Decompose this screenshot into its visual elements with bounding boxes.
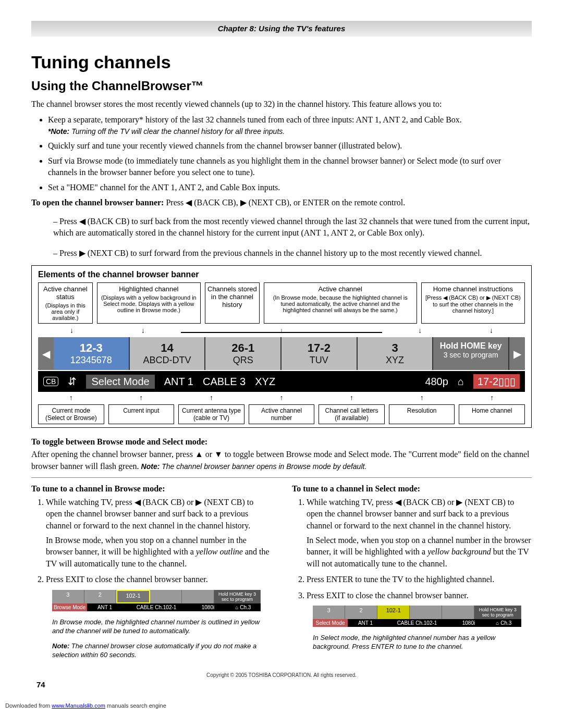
banner-slot[interactable]: 17-2TUV: [282, 337, 358, 370]
intro-text: The channel browser stores the most rece…: [31, 98, 532, 110]
caption: In Select mode, the highlighted channel …: [313, 634, 532, 651]
banner-slot[interactable]: 12-312345678: [54, 337, 130, 370]
copyright: Copyright © 2005 TOSHIBA CORPORATION. Al…: [31, 672, 532, 678]
browse-mode-col: To tune to a channel in Browse mode: Whi…: [31, 484, 271, 663]
mini-banner-select: 32102-1Hold HOME key 3 sec to program Se…: [313, 606, 521, 627]
page-heading: Tuning channels: [31, 52, 532, 72]
banner-slot[interactable]: 3XYZ: [358, 337, 434, 370]
bullet-item: Set a "HOME" channel for the ANT 1, ANT …: [48, 182, 532, 193]
banner-slot-home: Hold HOME key3 sec to program: [433, 337, 509, 370]
antenna-label: CABLE 3: [203, 376, 246, 388]
channel-banner: ◀ 12-312345678 14ABCD-DTV 26-1QRS 17-2TU…: [38, 337, 525, 370]
home-icon: ⌂: [458, 376, 464, 388]
home-channel-label: 17-2▯▯▯: [473, 374, 520, 389]
diagram-title: Elements of the channel browser banner: [38, 270, 525, 279]
banner-slot[interactable]: 26-1QRS: [205, 337, 282, 370]
col2-heading: To tune to a channel in Select mode:: [292, 484, 532, 493]
caption: In Browse mode, the highlighted channel …: [52, 618, 271, 636]
dash-instruction: – Press ◀ (BACK CB) to surf back from th…: [53, 216, 532, 239]
list-item: Press ENTER to tune the TV to the highli…: [307, 574, 532, 585]
col1-heading: To tune to a channel in Browse mode:: [31, 484, 271, 493]
mini-banner-browse: 32102-1Hold HOME key 3 sec to program Br…: [52, 590, 261, 611]
manualslib-link[interactable]: www.Manualslib.com: [52, 702, 105, 709]
toggle-heading: To toggle between Browse mode and Select…: [31, 437, 532, 447]
diagram-box: Elements of the channel browser banner A…: [31, 265, 532, 428]
download-footer: Downloaded from www.Manualslib.com manua…: [0, 699, 563, 712]
cb-icon: CB: [43, 377, 58, 386]
sort-icon: ⇵: [68, 375, 77, 388]
mode-label: Select Mode: [86, 375, 154, 389]
section-heading: Using the ChannelBrowser™: [31, 79, 532, 93]
input-label: ANT 1: [164, 376, 193, 388]
banner-slot[interactable]: 14ABCD-DTV: [130, 337, 206, 370]
list-item: Press EXIT to close the channel browser …: [307, 590, 532, 601]
channel-label: XYZ: [255, 376, 415, 388]
list-item: While watching TV, press ◀ (BACK CB) or …: [46, 497, 271, 570]
bullet-item: Quickly surf and tune your recently view…: [48, 140, 532, 152]
arrow-right-icon[interactable]: ▶: [509, 337, 525, 370]
resolution-label: 480p: [425, 376, 448, 388]
arrow-left-icon[interactable]: ◀: [38, 337, 54, 370]
feature-bullets: Keep a separate, temporary* history of t…: [48, 114, 532, 193]
toggle-text: After opening the channel browser banner…: [31, 449, 532, 472]
page-number: 74: [36, 680, 532, 689]
top-label-row: Active channel status(Displays in this a…: [38, 282, 525, 324]
bottom-label-row: Current mode(Select or Browse) Current i…: [38, 404, 525, 424]
status-bar: CB ⇵ Select Mode ANT 1 CABLE 3 XYZ 480p …: [38, 371, 525, 392]
dash-instruction: – Press ▶ (NEXT CB) to surf forward from…: [53, 248, 532, 259]
chapter-bar: Chapter 8: Using the TV's features: [31, 21, 532, 36]
open-banner-instruction: To open the channel browser banner: Pres…: [31, 198, 532, 207]
bullet-item: Keep a separate, temporary* history of t…: [48, 114, 532, 138]
bullet-item: Surf via Browse mode (to immediately tun…: [48, 155, 532, 179]
list-item: While watching TV, press ◀ (BACK CB) or …: [307, 497, 532, 570]
list-item: Press EXIT to close the channel browser …: [46, 574, 271, 585]
caption-note: Note: The channel browser close automati…: [52, 642, 271, 660]
select-mode-col: To tune to a channel in Select mode: Whi…: [292, 484, 532, 663]
